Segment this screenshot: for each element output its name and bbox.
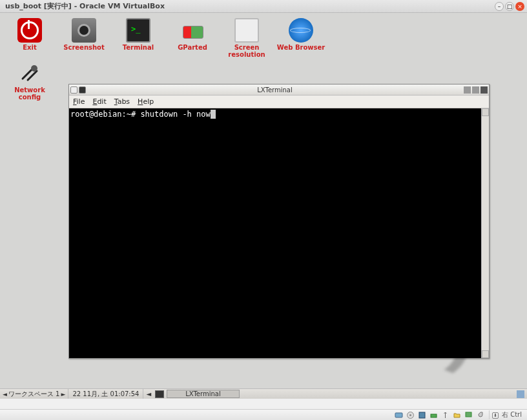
menu-help[interactable]: Help (138, 97, 154, 106)
shared-folder-icon[interactable] (453, 410, 462, 419)
svg-rect-4 (419, 412, 425, 418)
desktop-icon-exit[interactable]: Exit (3, 17, 57, 59)
terminal-cursor (211, 110, 216, 119)
desktop-icon-label: Exit (23, 44, 37, 51)
floppy-icon[interactable] (418, 410, 427, 419)
desktop-icon-network[interactable]: Network config (3, 59, 57, 102)
desktop-icon-screenshot[interactable]: Screenshot (57, 17, 111, 59)
close-icon[interactable] (480, 86, 488, 94)
usb-icon[interactable] (441, 410, 450, 419)
svg-rect-6 (466, 412, 471, 417)
lxterminal-menubar: File Edit Tabs Help (69, 95, 489, 108)
desktop-icon-label: Network config (3, 86, 57, 101)
key-icon: ⬇ (492, 412, 499, 419)
exit-icon (17, 18, 42, 43)
hdd-icon[interactable] (395, 410, 404, 419)
terminal-prompt: root@debian:~# (70, 110, 140, 119)
gparted-icon (180, 18, 205, 43)
svg-point-0 (31, 65, 37, 72)
svg-rect-1 (395, 413, 402, 417)
minimize-button[interactable]: – (495, 2, 504, 11)
shade-icon[interactable] (79, 86, 86, 94)
browser-icon (289, 18, 313, 43)
guest-desktop: Exit Screenshot Terminal GParted Screen … (0, 13, 527, 399)
host-key-label: ⬇ 右 Ctrl (489, 410, 524, 419)
desktop-icon-terminal[interactable]: Terminal (111, 17, 165, 59)
screenshot-icon (72, 18, 96, 43)
cd-icon[interactable] (406, 410, 415, 419)
desktop-icon-label: Web Browser (277, 44, 325, 51)
desktop-icon-screenres[interactable]: Screen resolution (220, 17, 274, 59)
maximize-icon[interactable] (472, 86, 479, 94)
taskbar-datetime[interactable]: 22 11月, 土 01:07:54 (68, 389, 143, 399)
window-menu-icon[interactable] (70, 86, 78, 94)
vbox-window-title: usb_boot [実行中] - Oracle VM VirtualBox (3, 1, 495, 11)
svg-rect-5 (431, 414, 437, 417)
close-button[interactable]: × (515, 2, 524, 11)
workspace-label: ワークスペース 1 (8, 390, 60, 399)
scroll-up-button[interactable] (482, 108, 489, 116)
terminal-content[interactable]: root@debian:~# shutdown -h now (69, 108, 481, 358)
network-status-icon[interactable] (429, 410, 439, 419)
desktop-icon-browser[interactable]: Web Browser (274, 17, 328, 59)
desktop-icon-label: Screen resolution (220, 44, 274, 58)
screen-icon (234, 18, 259, 43)
workspace-switcher[interactable]: ◄ ワークスペース 1 ► (0, 389, 68, 399)
desktop-icon-label: GParted (178, 44, 207, 51)
display-icon[interactable] (464, 410, 473, 419)
guest-taskbar: ◄ ワークスペース 1 ► 22 11月, 土 01:07:54 ◄ LXTer… (0, 388, 527, 399)
taskbar-arrow-icon[interactable]: ◄ (143, 390, 154, 397)
menu-tabs[interactable]: Tabs (114, 97, 130, 106)
task-label: LXTerminal (185, 390, 221, 397)
workspace-next-icon[interactable]: ► (61, 391, 65, 397)
menu-edit[interactable]: Edit (92, 97, 106, 106)
scroll-down-button[interactable] (482, 350, 489, 358)
taskbar-tray (514, 390, 527, 398)
svg-point-3 (409, 414, 411, 416)
menu-file[interactable]: File (73, 97, 85, 106)
lxterminal-window: LXTerminal File Edit Tabs Help root@debi… (68, 84, 490, 359)
lxterminal-title: LXTerminal (86, 86, 464, 94)
vbox-statusbar: ⬇ 右 Ctrl (0, 409, 527, 420)
iconify-all-icon[interactable] (155, 390, 164, 398)
mouse-integration-icon[interactable] (476, 410, 485, 419)
desktop-icon-gparted[interactable]: GParted (165, 17, 220, 59)
desktop-icon-label: Terminal (123, 44, 154, 51)
vbox-titlebar: usb_boot [実行中] - Oracle VM VirtualBox – … (0, 0, 527, 13)
maximize-button[interactable]: □ (505, 2, 514, 11)
terminal-command: shutdown -h now (140, 110, 210, 119)
desktop-icon-label: Screenshot (63, 44, 104, 51)
terminal-scrollbar[interactable] (481, 108, 489, 358)
workspace-prev-icon[interactable]: ◄ (3, 391, 7, 397)
taskbar-tasks: LXTerminal (154, 389, 514, 399)
minimize-icon[interactable] (464, 86, 471, 94)
taskbar-task-lxterminal[interactable]: LXTerminal (167, 390, 240, 398)
lxterminal-titlebar[interactable]: LXTerminal (69, 85, 489, 95)
tray-icon[interactable] (517, 390, 524, 398)
network-icon (17, 61, 42, 85)
terminal-icon (126, 18, 150, 43)
